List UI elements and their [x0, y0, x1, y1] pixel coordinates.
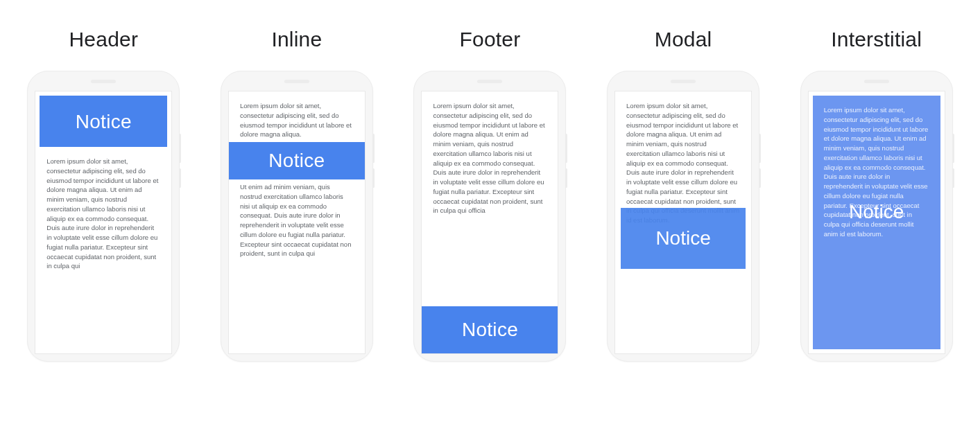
phone-screen: Notice Lorem ipsum dolor sit amet, conse… — [35, 91, 172, 354]
phone-side-button — [759, 134, 761, 163]
phone-side-button — [179, 134, 181, 163]
notice-label: Notice — [849, 201, 904, 223]
lorem-paragraph: Lorem ipsum dolor sit amet, consectetur … — [626, 101, 740, 225]
lorem-paragraph: Lorem ipsum dolor sit amet, consectetur … — [240, 101, 354, 139]
notice-banner-inline: Notice — [229, 142, 365, 179]
variant-header: Header Notice Lorem ipsum dolor sit amet… — [14, 28, 194, 362]
notice-label: Notice — [655, 227, 710, 249]
phone-speaker — [477, 80, 502, 83]
phone-side-button — [952, 168, 954, 188]
notice-banner-header: Notice — [40, 96, 167, 147]
phone-screen: Lorem ipsum dolor sit amet, consectetur … — [808, 91, 945, 354]
phone-side-button — [372, 134, 375, 163]
phone-mock: Lorem ipsum dolor sit amet, consectetur … — [607, 71, 759, 362]
notice-banner-interstitial: Lorem ipsum dolor sit amet, consectetur … — [813, 96, 940, 349]
phone-speaker — [864, 80, 889, 83]
lorem-paragraph: Ut enim ad minim veniam, quis nostrud ex… — [240, 182, 354, 258]
lorem-paragraph: Lorem ipsum dolor sit amet, consectetur … — [46, 157, 160, 271]
notice-label: Notice — [76, 111, 132, 133]
notice-label: Notice — [462, 319, 518, 341]
variant-modal: Modal Lorem ipsum dolor sit amet, consec… — [594, 28, 773, 362]
variant-title: Inline — [271, 28, 322, 51]
variant-inline: Inline Lorem ipsum dolor sit amet, conse… — [207, 28, 387, 362]
phone-side-button — [565, 168, 567, 188]
phone-speaker — [284, 80, 309, 83]
phone-screen: Lorem ipsum dolor sit amet, consectetur … — [614, 91, 752, 354]
variant-title: Modal — [655, 28, 712, 51]
phone-mock: Notice Lorem ipsum dolor sit amet, conse… — [27, 71, 180, 362]
phone-screen: Lorem ipsum dolor sit amet, consectetur … — [421, 91, 558, 354]
phone-side-button — [759, 168, 761, 188]
page-content: Lorem ipsum dolor sit amet, consectetur … — [422, 91, 558, 225]
phone-mock: Lorem ipsum dolor sit amet, consectetur … — [800, 71, 953, 362]
notice-banner-footer: Notice — [422, 306, 558, 353]
variant-title: Header — [69, 28, 139, 51]
variant-interstitial: Interstitial Lorem ipsum dolor sit amet,… — [786, 28, 966, 362]
variant-title: Interstitial — [831, 28, 922, 51]
phone-speaker — [671, 80, 696, 83]
page-content: Lorem ipsum dolor sit amet, consectetur … — [229, 91, 365, 268]
phone-side-button — [372, 168, 375, 188]
variant-title: Footer — [460, 28, 521, 51]
phone-side-button — [565, 134, 567, 163]
phone-side-button — [952, 134, 954, 163]
notice-placement-diagram: Header Notice Lorem ipsum dolor sit amet… — [14, 28, 966, 362]
phone-mock: Lorem ipsum dolor sit amet, consectetur … — [413, 71, 566, 362]
phone-mock: Lorem ipsum dolor sit amet, consectetur … — [221, 71, 373, 362]
notice-banner-modal: Notice — [621, 208, 746, 269]
notice-label: Notice — [268, 150, 325, 172]
lorem-paragraph: Lorem ipsum dolor sit amet, consectetur … — [433, 101, 547, 216]
phone-speaker — [91, 80, 116, 83]
phone-screen: Lorem ipsum dolor sit amet, consectetur … — [228, 91, 366, 354]
phone-side-button — [179, 168, 181, 188]
variant-footer: Footer Lorem ipsum dolor sit amet, conse… — [400, 28, 580, 362]
page-content: Lorem ipsum dolor sit amet, consectetur … — [35, 147, 171, 281]
